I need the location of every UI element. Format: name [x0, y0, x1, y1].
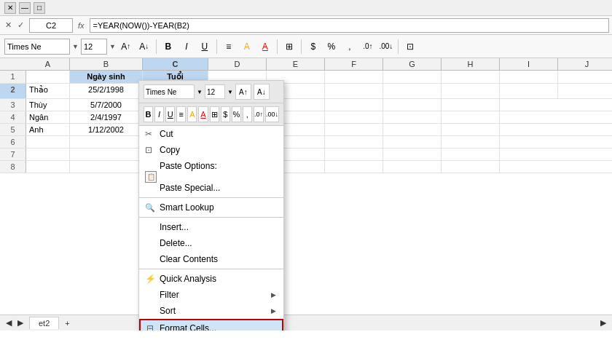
cm-copy[interactable]: ⊡ Copy [139, 142, 283, 158]
cm-insert[interactable]: Insert... [139, 219, 283, 235]
cm-grow-font-btn[interactable]: A↑ [235, 84, 251, 100]
cm-shrink-font-btn[interactable]: A↓ [254, 84, 270, 100]
cm-sort[interactable]: Sort ▶ [139, 303, 283, 319]
cell-A6[interactable] [26, 136, 70, 148]
underline-btn[interactable]: U [197, 39, 213, 55]
cm-percent-btn[interactable]: % [232, 106, 241, 122]
cell-I2[interactable] [500, 84, 558, 98]
cell-G2[interactable] [383, 84, 442, 98]
cell-G8[interactable] [383, 161, 442, 173]
cell-B7[interactable] [70, 149, 143, 160]
cell-A3[interactable]: Thùy [26, 99, 70, 111]
cm-font-size-arrow[interactable]: ▼ [227, 89, 233, 95]
cell-B1[interactable]: Ngày sinh [70, 71, 143, 83]
scroll-left-btn[interactable]: ◀ [6, 318, 12, 328]
border-btn[interactable]: ⊞ [281, 39, 297, 55]
cm-bold-btn[interactable]: B [144, 106, 153, 122]
cm-underline-btn[interactable]: U [165, 106, 175, 122]
cell-A7[interactable] [26, 149, 70, 160]
cell-G4[interactable] [383, 111, 442, 123]
cell-A2[interactable]: Thảo [26, 84, 70, 98]
font-size-arrow[interactable]: ▼ [109, 43, 116, 50]
col-header-J[interactable]: J [558, 58, 612, 70]
cm-font-name-arrow[interactable]: ▼ [197, 89, 203, 95]
cell-G7[interactable] [383, 149, 442, 160]
font-color-btn[interactable]: A [257, 39, 273, 55]
cell-F6[interactable] [325, 136, 383, 148]
cell-J2[interactable] [558, 84, 612, 98]
cell-A8[interactable] [26, 161, 70, 173]
cm-dec-inc-btn[interactable]: .0↑ [254, 106, 264, 122]
cm-font-color-btn[interactable]: A [198, 106, 208, 122]
cm-paste-special[interactable]: Paste Special... [139, 180, 283, 196]
col-header-B[interactable]: B [70, 58, 143, 70]
cell-F5[interactable] [325, 124, 383, 135]
cm-border-btn[interactable]: ⊞ [210, 106, 219, 122]
cell-H2[interactable] [442, 84, 500, 98]
cm-align-btn[interactable]: ≡ [176, 106, 186, 122]
cell-A1[interactable] [26, 71, 70, 83]
cm-paste-icon-row[interactable]: 📋 [139, 174, 283, 180]
cm-comma-btn[interactable]: , [243, 106, 252, 122]
bold-btn[interactable]: B [160, 39, 176, 55]
cell-F3[interactable] [325, 99, 383, 111]
col-header-D[interactable]: D [208, 58, 267, 70]
italic-btn[interactable]: I [178, 39, 195, 55]
highlight-btn[interactable]: A [239, 39, 255, 55]
cell-G5[interactable] [383, 124, 442, 135]
col-header-E[interactable]: E [267, 58, 325, 70]
col-header-I[interactable]: I [500, 58, 558, 70]
window-controls[interactable]: ✕ — □ [4, 2, 45, 14]
add-sheet-btn[interactable]: + [65, 319, 69, 328]
cell-H4[interactable] [442, 111, 500, 123]
col-header-G[interactable]: G [383, 58, 442, 70]
cell-G3[interactable] [383, 99, 442, 111]
cm-clear-contents[interactable]: Clear Contents [139, 251, 283, 267]
col-header-H[interactable]: H [442, 58, 500, 70]
cell-F2[interactable] [325, 84, 383, 98]
cm-font-name[interactable] [144, 84, 195, 99]
scroll-right-btn[interactable]: ▶ [17, 318, 23, 328]
cm-dec-dec-btn[interactable]: .00↓ [265, 106, 279, 122]
align-left-btn[interactable]: ≡ [221, 39, 237, 55]
cell-F8[interactable] [325, 161, 383, 173]
cell-F1[interactable] [325, 71, 383, 83]
cm-delete[interactable]: Delete... [139, 235, 283, 251]
cancel-btn[interactable]: ✕ [3, 20, 14, 31]
col-header-A[interactable]: A [26, 58, 70, 70]
cm-highlight-btn[interactable]: A [187, 106, 197, 122]
cm-font-size[interactable] [205, 84, 225, 99]
formula-input[interactable] [90, 18, 609, 33]
comma-btn[interactable]: , [342, 39, 358, 55]
cell-reference-box[interactable] [29, 18, 73, 33]
font-size-input[interactable] [81, 39, 107, 55]
cell-F4[interactable] [325, 111, 383, 123]
close-btn[interactable]: ✕ [4, 2, 16, 14]
merge-btn[interactable]: ⊡ [402, 39, 418, 55]
cell-H1[interactable] [442, 71, 500, 83]
cell-B6[interactable] [70, 136, 143, 148]
confirm-btn[interactable]: ✓ [15, 20, 26, 31]
cell-G6[interactable] [383, 136, 442, 148]
dec-dec-btn[interactable]: .00↓ [378, 39, 394, 55]
cell-B5[interactable]: 1/12/2002 [70, 124, 143, 135]
cm-format-cells[interactable]: ⊟ Format Cells... [139, 319, 283, 331]
font-name-arrow[interactable]: ▼ [72, 43, 79, 50]
col-header-C[interactable]: C [143, 58, 208, 70]
font-name-input[interactable] [4, 39, 70, 55]
cell-H3[interactable] [442, 99, 500, 111]
cell-B8[interactable] [70, 161, 143, 173]
cell-B3[interactable]: 5/7/2000 [70, 99, 143, 111]
col-header-F[interactable]: F [325, 58, 383, 70]
cm-filter[interactable]: Filter ▶ [139, 287, 283, 303]
maximize-btn[interactable]: □ [34, 2, 45, 14]
cell-H5[interactable] [442, 124, 500, 135]
cell-H8[interactable] [442, 161, 500, 173]
cell-B2[interactable]: 25/2/1998 [70, 84, 143, 98]
cell-H6[interactable] [442, 136, 500, 148]
cm-cut[interactable]: ✂ Cut [139, 126, 283, 142]
cell-B4[interactable]: 2/4/1997 [70, 111, 143, 123]
cm-smart-lookup[interactable]: 🔍 Smart Lookup [139, 199, 283, 215]
cell-H7[interactable] [442, 149, 500, 160]
cell-F7[interactable] [325, 149, 383, 160]
